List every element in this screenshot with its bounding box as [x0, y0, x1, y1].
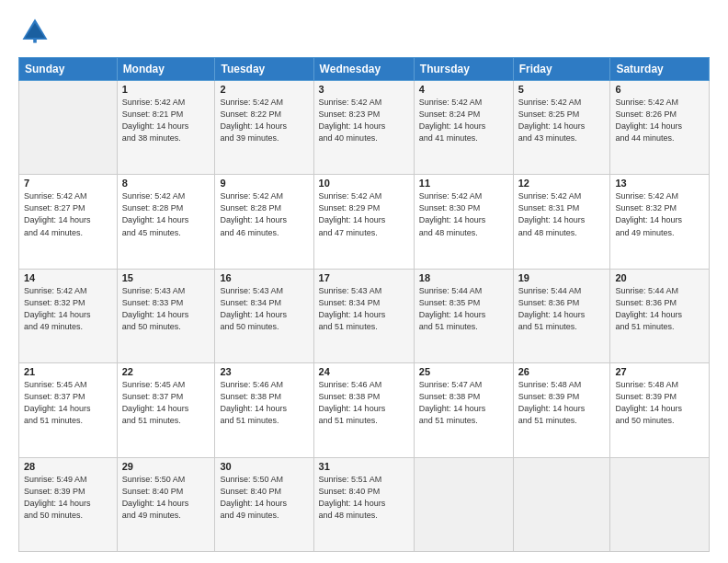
day-cell: 8Sunrise: 5:42 AM Sunset: 8:28 PM Daylig…	[117, 175, 215, 269]
day-number: 5	[518, 84, 606, 95]
day-number: 17	[319, 272, 409, 283]
day-cell: 9Sunrise: 5:42 AM Sunset: 8:28 PM Daylig…	[215, 175, 313, 269]
day-info: Sunrise: 5:45 AM Sunset: 8:37 PM Dayligh…	[122, 379, 210, 427]
day-number: 20	[615, 272, 704, 283]
day-number: 28	[24, 461, 112, 472]
day-info: Sunrise: 5:42 AM Sunset: 8:26 PM Dayligh…	[615, 97, 704, 144]
logo	[18, 15, 55, 48]
day-number: 29	[122, 461, 210, 472]
day-cell: 28Sunrise: 5:49 AM Sunset: 8:39 PM Dayli…	[19, 457, 118, 551]
day-cell: 29Sunrise: 5:50 AM Sunset: 8:40 PM Dayli…	[117, 457, 215, 551]
day-info: Sunrise: 5:42 AM Sunset: 8:28 PM Dayligh…	[220, 190, 308, 238]
day-info: Sunrise: 5:46 AM Sunset: 8:38 PM Dayligh…	[319, 379, 409, 427]
day-number: 1	[122, 84, 210, 95]
day-number: 6	[615, 84, 704, 95]
day-info: Sunrise: 5:47 AM Sunset: 8:38 PM Dayligh…	[419, 379, 508, 427]
day-info: Sunrise: 5:42 AM Sunset: 8:30 PM Dayligh…	[419, 190, 508, 238]
day-info: Sunrise: 5:42 AM Sunset: 8:27 PM Dayligh…	[24, 190, 112, 238]
day-info: Sunrise: 5:44 AM Sunset: 8:36 PM Dayligh…	[615, 285, 704, 333]
column-header-friday: Friday	[513, 58, 610, 81]
day-cell: 25Sunrise: 5:47 AM Sunset: 8:38 PM Dayli…	[414, 363, 513, 457]
day-info: Sunrise: 5:44 AM Sunset: 8:35 PM Dayligh…	[419, 285, 508, 333]
week-row-3: 14Sunrise: 5:42 AM Sunset: 8:32 PM Dayli…	[19, 269, 710, 362]
day-number: 31	[319, 461, 409, 472]
day-cell: 12Sunrise: 5:42 AM Sunset: 8:31 PM Dayli…	[513, 175, 610, 269]
day-info: Sunrise: 5:42 AM Sunset: 8:23 PM Dayligh…	[319, 97, 409, 144]
day-cell: 6Sunrise: 5:42 AM Sunset: 8:26 PM Daylig…	[610, 81, 710, 175]
day-number: 2	[220, 84, 308, 95]
day-cell: 15Sunrise: 5:43 AM Sunset: 8:33 PM Dayli…	[117, 269, 215, 362]
day-number: 8	[122, 178, 210, 189]
day-number: 19	[518, 272, 606, 283]
day-cell: 1Sunrise: 5:42 AM Sunset: 8:21 PM Daylig…	[117, 81, 215, 175]
day-cell	[513, 457, 610, 551]
day-number: 12	[518, 178, 606, 189]
day-number: 22	[122, 366, 210, 377]
day-info: Sunrise: 5:42 AM Sunset: 8:28 PM Dayligh…	[122, 190, 210, 238]
week-row-4: 21Sunrise: 5:45 AM Sunset: 8:37 PM Dayli…	[19, 363, 710, 457]
day-cell	[610, 457, 710, 551]
day-info: Sunrise: 5:51 AM Sunset: 8:40 PM Dayligh…	[319, 474, 409, 522]
day-info: Sunrise: 5:45 AM Sunset: 8:37 PM Dayligh…	[24, 379, 112, 427]
day-info: Sunrise: 5:42 AM Sunset: 8:24 PM Dayligh…	[419, 97, 508, 144]
day-number: 21	[24, 366, 112, 377]
day-cell: 4Sunrise: 5:42 AM Sunset: 8:24 PM Daylig…	[414, 81, 513, 175]
day-cell: 2Sunrise: 5:42 AM Sunset: 8:22 PM Daylig…	[215, 81, 313, 175]
day-cell: 26Sunrise: 5:48 AM Sunset: 8:39 PM Dayli…	[513, 363, 610, 457]
column-header-sunday: Sunday	[19, 58, 118, 81]
day-cell: 23Sunrise: 5:46 AM Sunset: 8:38 PM Dayli…	[215, 363, 313, 457]
day-cell	[414, 457, 513, 551]
day-number: 16	[220, 272, 308, 283]
day-number: 3	[319, 84, 409, 95]
day-cell: 27Sunrise: 5:48 AM Sunset: 8:39 PM Dayli…	[610, 363, 710, 457]
day-number: 4	[419, 84, 508, 95]
day-cell: 17Sunrise: 5:43 AM Sunset: 8:34 PM Dayli…	[313, 269, 414, 362]
day-info: Sunrise: 5:50 AM Sunset: 8:40 PM Dayligh…	[122, 474, 210, 522]
week-row-1: 1Sunrise: 5:42 AM Sunset: 8:21 PM Daylig…	[19, 81, 710, 175]
column-header-thursday: Thursday	[414, 58, 513, 81]
day-number: 7	[24, 178, 112, 189]
day-cell: 22Sunrise: 5:45 AM Sunset: 8:37 PM Dayli…	[117, 363, 215, 457]
day-number: 23	[220, 366, 308, 377]
day-number: 18	[419, 272, 508, 283]
day-info: Sunrise: 5:43 AM Sunset: 8:33 PM Dayligh…	[122, 285, 210, 333]
day-cell: 20Sunrise: 5:44 AM Sunset: 8:36 PM Dayli…	[610, 269, 710, 362]
calendar-table: SundayMondayTuesdayWednesdayThursdayFrid…	[18, 57, 710, 552]
day-cell: 14Sunrise: 5:42 AM Sunset: 8:32 PM Dayli…	[19, 269, 118, 362]
day-number: 30	[220, 461, 308, 472]
day-info: Sunrise: 5:43 AM Sunset: 8:34 PM Dayligh…	[220, 285, 308, 333]
column-header-saturday: Saturday	[610, 58, 710, 81]
day-cell: 5Sunrise: 5:42 AM Sunset: 8:25 PM Daylig…	[513, 81, 610, 175]
column-header-wednesday: Wednesday	[313, 58, 414, 81]
day-cell: 11Sunrise: 5:42 AM Sunset: 8:30 PM Dayli…	[414, 175, 513, 269]
day-cell: 7Sunrise: 5:42 AM Sunset: 8:27 PM Daylig…	[19, 175, 118, 269]
day-number: 9	[220, 178, 308, 189]
column-header-tuesday: Tuesday	[215, 58, 313, 81]
day-info: Sunrise: 5:42 AM Sunset: 8:31 PM Dayligh…	[518, 190, 606, 238]
column-header-monday: Monday	[117, 58, 215, 81]
day-info: Sunrise: 5:48 AM Sunset: 8:39 PM Dayligh…	[615, 379, 704, 427]
day-number: 24	[319, 366, 409, 377]
day-info: Sunrise: 5:42 AM Sunset: 8:25 PM Dayligh…	[518, 97, 606, 144]
day-info: Sunrise: 5:43 AM Sunset: 8:34 PM Dayligh…	[319, 285, 409, 333]
day-info: Sunrise: 5:46 AM Sunset: 8:38 PM Dayligh…	[220, 379, 308, 427]
week-row-5: 28Sunrise: 5:49 AM Sunset: 8:39 PM Dayli…	[19, 457, 710, 551]
logo-icon	[18, 15, 51, 48]
day-number: 10	[319, 178, 409, 189]
header-row: SundayMondayTuesdayWednesdayThursdayFrid…	[19, 58, 710, 81]
day-number: 27	[615, 366, 704, 377]
day-info: Sunrise: 5:50 AM Sunset: 8:40 PM Dayligh…	[220, 474, 308, 522]
day-info: Sunrise: 5:42 AM Sunset: 8:29 PM Dayligh…	[319, 190, 409, 238]
day-cell: 3Sunrise: 5:42 AM Sunset: 8:23 PM Daylig…	[313, 81, 414, 175]
day-cell: 30Sunrise: 5:50 AM Sunset: 8:40 PM Dayli…	[215, 457, 313, 551]
day-number: 14	[24, 272, 112, 283]
day-info: Sunrise: 5:44 AM Sunset: 8:36 PM Dayligh…	[518, 285, 606, 333]
day-number: 13	[615, 178, 704, 189]
day-info: Sunrise: 5:42 AM Sunset: 8:22 PM Dayligh…	[220, 97, 308, 144]
svg-rect-2	[33, 38, 37, 42]
day-info: Sunrise: 5:49 AM Sunset: 8:39 PM Dayligh…	[24, 474, 112, 522]
day-cell: 18Sunrise: 5:44 AM Sunset: 8:35 PM Dayli…	[414, 269, 513, 362]
day-cell: 10Sunrise: 5:42 AM Sunset: 8:29 PM Dayli…	[313, 175, 414, 269]
day-info: Sunrise: 5:42 AM Sunset: 8:21 PM Dayligh…	[122, 97, 210, 144]
day-cell: 31Sunrise: 5:51 AM Sunset: 8:40 PM Dayli…	[313, 457, 414, 551]
